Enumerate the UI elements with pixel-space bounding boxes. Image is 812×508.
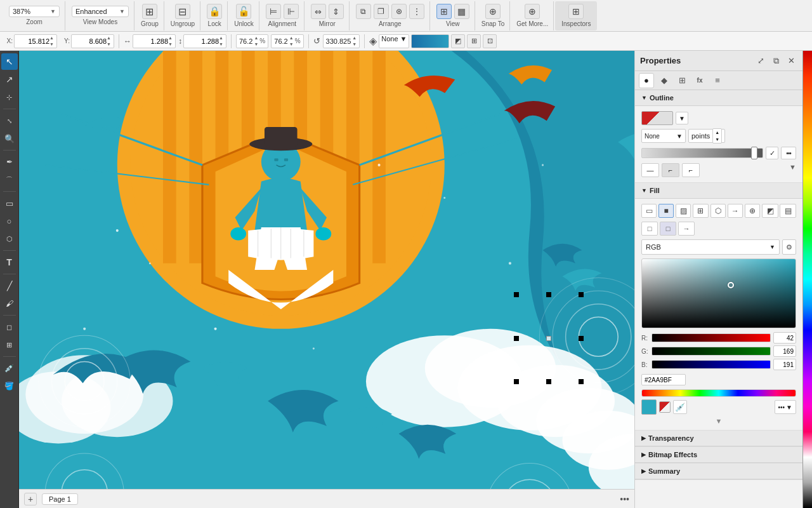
- direct-select-tool[interactable]: ↗: [1, 71, 18, 88]
- lock-icon[interactable]: 🔒: [207, 4, 222, 19]
- pen-tool[interactable]: ✒: [1, 154, 18, 170]
- unlock-icon[interactable]: 🔓: [236, 4, 251, 19]
- pts-up[interactable]: ▲: [713, 129, 721, 136]
- outline-slider[interactable]: [641, 148, 763, 158]
- fill-special1-btn[interactable]: →: [728, 204, 743, 218]
- symbol-tool[interactable]: ◻: [1, 319, 18, 335]
- points-stepper[interactable]: ▲ ▼: [712, 128, 722, 144]
- g-slider[interactable]: [652, 347, 771, 356]
- w-input-box[interactable]: ▲ ▼: [133, 34, 176, 48]
- r-slider[interactable]: [652, 333, 771, 342]
- scale-y-box[interactable]: 76.2 ▲ ▼ %: [271, 34, 303, 48]
- color-options-btn[interactable]: ⊡: [483, 34, 497, 48]
- fill-linear-btn[interactable]: ▨: [676, 204, 691, 218]
- mirror-icon2[interactable]: ⇕: [329, 4, 344, 19]
- r-input[interactable]: 42: [773, 332, 796, 344]
- tab-shape[interactable]: ◆: [657, 73, 672, 88]
- outline-check-btn[interactable]: ✓: [766, 147, 778, 159]
- b-input[interactable]: 191: [773, 359, 796, 370]
- x-input[interactable]: 15.812: [17, 37, 49, 45]
- transform-tool[interactable]: ⤡: [1, 112, 18, 129]
- color-edit-btn2[interactable]: ⊞: [467, 34, 481, 48]
- h-input-box[interactable]: ▲ ▼: [183, 34, 226, 48]
- fill-pattern-btn[interactable]: ⬡: [710, 204, 726, 218]
- eyedropper-tool[interactable]: 💉: [1, 360, 18, 377]
- tab-grid[interactable]: ⊞: [674, 73, 690, 88]
- sx-up[interactable]: ▲: [254, 35, 258, 41]
- polygon-tool[interactable]: ⬡: [1, 231, 18, 247]
- rotation-box[interactable]: 330.825 ▲ ▼: [323, 34, 360, 48]
- hue-slider[interactable]: [641, 389, 796, 397]
- panel-stack-btn[interactable]: ⧉: [769, 55, 782, 67]
- canvas-area[interactable]: + Page 1 •••: [19, 51, 634, 508]
- fill-section-header[interactable]: ▼ Fill: [635, 183, 802, 199]
- rot-up[interactable]: ▲: [352, 35, 357, 41]
- fill-none-btn[interactable]: ▭: [641, 204, 657, 218]
- zoom-tool[interactable]: 🔍: [1, 130, 18, 147]
- x-stepper[interactable]: ▲ ▼: [49, 35, 54, 48]
- g-input[interactable]: 169: [773, 345, 796, 357]
- panel-resize-btn[interactable]: ⤢: [754, 55, 767, 67]
- h-down[interactable]: ▼: [219, 41, 223, 48]
- bottom-more-btn[interactable]: •••: [620, 494, 629, 504]
- outline-more-btn[interactable]: •••: [781, 147, 796, 159]
- outline-color-swatch[interactable]: [641, 111, 673, 125]
- bezier-tool[interactable]: ⌒: [1, 171, 18, 188]
- y-input[interactable]: 8.608: [74, 37, 107, 45]
- fill-view1-btn[interactable]: ◩: [762, 204, 778, 218]
- page1-tab[interactable]: Page 1: [42, 493, 78, 505]
- outline-shape-point[interactable]: ⌐: [682, 163, 700, 177]
- rgb-model-select[interactable]: RGB ▼: [641, 239, 780, 255]
- transparency-header[interactable]: ▶ Transparency: [635, 431, 802, 446]
- opacity-select[interactable]: None ▼: [379, 34, 409, 48]
- fill-more-btn[interactable]: ••• ▼: [775, 400, 796, 414]
- ellipse-tool[interactable]: ○: [1, 213, 18, 229]
- arrange-icon4[interactable]: ⋮: [409, 4, 424, 19]
- fill-expand-btn[interactable]: ▼: [716, 417, 723, 425]
- color-edit-btn1[interactable]: ◩: [451, 34, 465, 48]
- outline-shape-round[interactable]: ⌐: [662, 163, 679, 177]
- fill-tool[interactable]: 🪣: [1, 378, 18, 394]
- summary-header[interactable]: ▶ Summary: [635, 464, 802, 479]
- arrange-icon1[interactable]: ⧉: [356, 4, 371, 19]
- sy-up[interactable]: ▲: [289, 35, 294, 41]
- fill-sub3-btn[interactable]: →: [678, 222, 695, 236]
- tab-style[interactable]: ●: [639, 73, 654, 88]
- outline-expand-btn[interactable]: ▼: [789, 163, 796, 177]
- w-stepper[interactable]: ▲ ▼: [168, 35, 173, 48]
- y-down[interactable]: ▼: [107, 41, 111, 48]
- y-stepper[interactable]: ▲ ▼: [107, 35, 111, 48]
- rect-tool[interactable]: ▭: [1, 195, 18, 211]
- tab-list[interactable]: ≡: [710, 73, 725, 88]
- panel-close-btn[interactable]: ✕: [785, 55, 797, 67]
- w-up[interactable]: ▲: [168, 35, 173, 41]
- inspectors-icon[interactable]: ⊞: [568, 4, 584, 19]
- b-slider[interactable]: [652, 360, 771, 369]
- current-fill-swatch[interactable]: [641, 399, 657, 415]
- mirror-icon1[interactable]: ⇔: [311, 4, 326, 19]
- group-icon[interactable]: ⊞: [142, 4, 157, 19]
- align-icon1[interactable]: ⊨: [266, 4, 281, 19]
- slider-thumb[interactable]: [751, 147, 757, 159]
- bitmap-effects-header[interactable]: ▶ Bitmap Effects: [635, 447, 802, 463]
- fill-radial-btn[interactable]: ⊞: [693, 204, 708, 218]
- hex-input[interactable]: #2AA9BF: [641, 374, 686, 385]
- fill-sub1-btn[interactable]: □: [641, 222, 658, 236]
- node-tool[interactable]: ⊹: [1, 89, 18, 105]
- h-up[interactable]: ▲: [219, 35, 223, 41]
- color-picker[interactable]: [641, 258, 796, 328]
- rotation-stepper[interactable]: ▲ ▼: [352, 35, 357, 48]
- outline-shape-flat[interactable]: —: [641, 163, 659, 177]
- line-tool[interactable]: ╱: [1, 277, 18, 294]
- y-input-box[interactable]: 8.608 ▲ ▼: [71, 34, 114, 48]
- snap-icon[interactable]: ⊕: [485, 4, 501, 19]
- points-select[interactable]: points ▲ ▼: [688, 129, 725, 143]
- paint-tool[interactable]: 🖌: [1, 295, 18, 312]
- fill-view2-btn[interactable]: ▤: [780, 204, 796, 218]
- view-grid-icon[interactable]: ⊞: [436, 4, 452, 19]
- w-input[interactable]: [136, 37, 168, 45]
- sy-down[interactable]: ▼: [289, 41, 294, 48]
- x-input-box[interactable]: 15.812 ▲ ▼: [14, 34, 57, 48]
- text-tool[interactable]: T: [1, 254, 18, 271]
- outline-none-select[interactable]: None ▼: [641, 129, 686, 143]
